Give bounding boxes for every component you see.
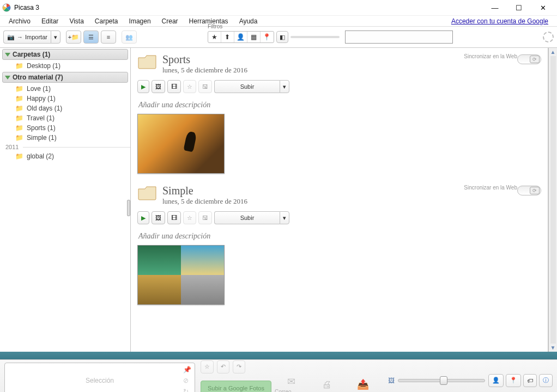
geo-tag-button[interactable]: 📍 — [506, 374, 521, 387]
sidebar-item-desktop[interactable]: 📁 Desktop (1) — [0, 61, 130, 71]
collage-icon: 🖼 — [155, 215, 161, 221]
clear-icon[interactable]: ⊘ — [183, 377, 191, 384]
window-maximize-button[interactable]: ☐ — [507, 0, 531, 15]
filter-faces[interactable]: 👤 — [234, 32, 247, 42]
add-folder-button[interactable]: +📁 — [66, 30, 81, 44]
sidebar-resize-handle[interactable] — [127, 200, 130, 216]
people-button[interactable]: 👥 — [122, 30, 137, 44]
upload-button[interactable]: Subir ▾ — [214, 211, 289, 224]
sidebar-item-travel[interactable]: 📁Travel (1) — [0, 113, 130, 123]
scroll-track[interactable] — [550, 56, 556, 344]
movie-button[interactable]: 🎞 — [167, 211, 181, 224]
movie-button[interactable]: 🎞 — [167, 80, 181, 93]
menu-ayuda[interactable]: Ayuda — [234, 16, 263, 26]
album-description[interactable]: Añadir una descripción — [138, 101, 541, 109]
rotate-right-button[interactable]: ↷ — [233, 360, 245, 373]
section-carpetas[interactable]: Carpetas (1) — [2, 49, 128, 60]
menu-vista[interactable]: Vista — [64, 16, 89, 26]
info-button[interactable]: ⓘ — [539, 374, 553, 387]
album-sports: Sports lunes, 5 de diciembre de 2016 Sin… — [137, 53, 541, 174]
sidebar-item-love[interactable]: 📁Love (1) — [0, 84, 130, 94]
sidebar-item-label: Happy (1) — [27, 95, 56, 102]
vertical-scrollbar[interactable]: ▲ ▼ — [548, 48, 557, 352]
upload-dropdown[interactable]: ▾ — [280, 80, 289, 93]
menu-archivo[interactable]: Archivo — [3, 16, 36, 26]
filter-slider-track[interactable] — [290, 36, 340, 38]
sync-toggle[interactable]: ⟳ — [517, 186, 541, 195]
photo-tray-footer: Selección 📌 ⊘ ↻ ☆ ↶ ↷ Subir a Google Fot… — [0, 359, 557, 392]
tags-button[interactable]: 🏷 — [523, 374, 537, 387]
email-button[interactable]: ✉Correo electrónico — [275, 376, 307, 393]
selection-tray[interactable]: Selección 📌 ⊘ ↻ — [4, 363, 195, 393]
play-icon: ▶ — [141, 215, 146, 222]
tag-icon: 🖫 — [202, 83, 208, 90]
import-dropdown[interactable]: ▾ — [51, 30, 60, 44]
filter-slider-handle[interactable]: ◧ — [276, 31, 288, 43]
star-button[interactable]: ☆ — [183, 80, 196, 93]
play-slideshow-button[interactable]: ▶ — [137, 80, 149, 93]
photo-thumbnail[interactable] — [137, 245, 225, 305]
sync-toggle[interactable]: ⟳ — [517, 54, 541, 64]
sidebar-item-global[interactable]: 📁global (2) — [0, 151, 130, 161]
google-photos-upload-button[interactable]: Subir a Google Fotos — [201, 381, 271, 393]
pin-icon[interactable]: 📌 — [183, 366, 191, 373]
collage-icon: 🖼 — [155, 83, 161, 90]
menu-carpeta[interactable]: Carpeta — [89, 16, 124, 26]
sidebar-item-label: Travel (1) — [27, 114, 55, 122]
scroll-up-icon[interactable]: ▲ — [550, 49, 556, 55]
menu-editar[interactable]: Editar — [36, 16, 64, 26]
window-close-button[interactable]: ✕ — [531, 0, 555, 15]
album-date: lunes, 5 de diciembre de 2016 — [162, 66, 247, 75]
tag-button[interactable]: 🖫 — [198, 211, 212, 224]
collage-button[interactable]: 🖼 — [152, 80, 165, 93]
print-button[interactable]: 🖨Imprimir — [311, 379, 343, 393]
film-icon: 🎞 — [171, 83, 177, 90]
rotate-tray-icon[interactable]: ↻ — [183, 388, 191, 393]
collapse-icon — [5, 53, 10, 57]
list-icon: ☰ — [88, 34, 94, 41]
play-slideshow-button[interactable]: ▶ — [137, 211, 149, 224]
star-button[interactable]: ☆ — [183, 211, 196, 224]
menu-crear[interactable]: Crear — [156, 16, 184, 26]
view-tree-button[interactable]: ≡ — [101, 30, 116, 44]
filter-geo[interactable]: 📍 — [261, 32, 274, 42]
folder-icon — [137, 53, 157, 70]
section-title: Carpetas (1) — [13, 51, 50, 58]
email-icon: ✉ — [287, 376, 295, 388]
tag-people-button[interactable]: 👤 — [488, 374, 504, 387]
album-description[interactable]: Añadir una descripción — [138, 232, 541, 241]
filter-starred[interactable]: ★ — [208, 32, 221, 42]
star-tray-button[interactable]: ☆ — [201, 360, 214, 373]
scroll-down-icon[interactable]: ▼ — [550, 345, 556, 351]
google-login-link[interactable]: Acceder con tu cuenta de Google — [451, 17, 548, 25]
folder-icon: 📁 — [15, 95, 23, 102]
folder-sidebar: Carpetas (1) 📁 Desktop (1) Otro material… — [0, 48, 131, 352]
upload-dropdown[interactable]: ▾ — [280, 211, 289, 224]
sidebar-item-old-days[interactable]: 📁Old days (1) — [0, 103, 130, 113]
people-icon: 👥 — [125, 34, 133, 41]
thumb-small-icon[interactable]: 🖼 — [388, 377, 395, 384]
filter-bar: ★ ⬆ 👤 ▦ 📍 — [208, 31, 274, 43]
sidebar-item-simple[interactable]: 📁Simple (1) — [0, 133, 130, 143]
collage-button[interactable]: 🖼 — [152, 211, 165, 224]
album-title[interactable]: Sports — [162, 53, 247, 66]
zoom-slider[interactable] — [398, 379, 485, 382]
window-minimize-button[interactable]: — — [483, 0, 507, 15]
filter-upload[interactable]: ⬆ — [221, 32, 234, 42]
upload-button[interactable]: Subir ▾ — [214, 80, 289, 93]
view-list-button[interactable]: ☰ — [83, 30, 99, 44]
filter-movies[interactable]: ▦ — [247, 32, 261, 42]
sidebar-item-sports[interactable]: 📁Sports (1) — [0, 123, 130, 133]
import-button[interactable]: 📷 → Importar ▾ — [3, 30, 60, 44]
tag-button[interactable]: 🖫 — [198, 80, 212, 93]
search-input[interactable] — [345, 30, 453, 44]
album-title[interactable]: Simple — [162, 185, 247, 197]
menu-imagen[interactable]: Imagen — [124, 16, 156, 26]
folder-icon — [137, 185, 157, 201]
zoom-knob[interactable] — [440, 376, 447, 385]
sidebar-item-happy[interactable]: 📁Happy (1) — [0, 94, 130, 103]
rotate-left-button[interactable]: ↶ — [217, 360, 229, 373]
export-button[interactable]: 📤Exportar — [347, 378, 379, 392]
photo-thumbnail[interactable] — [137, 114, 225, 174]
section-otro-material[interactable]: Otro material (7) — [2, 72, 128, 83]
